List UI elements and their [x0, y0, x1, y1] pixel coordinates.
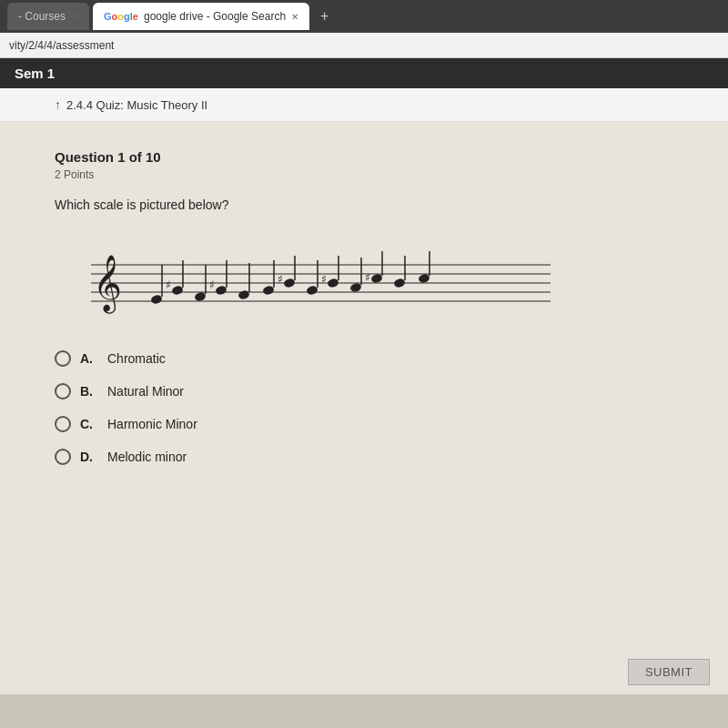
tab-google-close[interactable]: ✕ [291, 12, 298, 22]
quiz-breadcrumb-label: 2.4.4 Quiz: Music Theory II [66, 98, 207, 112]
svg-point-12 [238, 289, 250, 300]
svg-point-21 [370, 273, 383, 284]
question-text: Which scale is pictured below? [55, 197, 673, 212]
address-bar[interactable]: vity/2/4/4/assessment [0, 33, 728, 58]
tab-google[interactable]: Google google drive - Google Search ✕ [93, 3, 309, 30]
svg-point-16 [306, 285, 318, 296]
tab-google-label: google drive - Google Search [144, 10, 286, 23]
answer-letter-d: D. [80, 450, 98, 464]
music-staff-container: 𝄞 ♯ ♯ ♯ ♯ [55, 228, 673, 329]
svg-point-22 [393, 278, 406, 288]
answer-option-d[interactable]: D. Melodic minor [55, 449, 673, 465]
svg-point-6 [150, 294, 163, 305]
svg-point-8 [171, 285, 184, 296]
tab-courses-label: - Courses [18, 10, 66, 23]
answer-text-d: Melodic minor [107, 450, 187, 464]
answer-letter-a: A. [80, 351, 98, 366]
answer-text-a: Chromatic [107, 351, 166, 366]
svg-point-13 [262, 285, 275, 296]
answer-option-a[interactable]: A. Chromatic [55, 350, 673, 367]
address-text: vity/2/4/4/assessment [9, 39, 114, 52]
submit-area: SUBMIT [0, 650, 728, 694]
svg-point-9 [194, 291, 207, 302]
svg-text:♯: ♯ [365, 271, 370, 284]
svg-text:♯: ♯ [209, 278, 215, 291]
svg-point-15 [283, 278, 296, 288]
question-points: 2 Points [55, 168, 673, 181]
svg-text:♯: ♯ [321, 273, 327, 286]
submit-button[interactable]: SUBMIT [628, 659, 710, 685]
quiz-header: ↑ 2.4.4 Quiz: Music Theory II [0, 88, 728, 122]
app-header-title: Sem 1 [15, 66, 55, 81]
svg-text:𝄞: 𝄞 [93, 255, 122, 314]
answer-text-c: Harmonic Minor [107, 417, 197, 431]
music-staff-svg: 𝄞 ♯ ♯ ♯ ♯ [55, 238, 564, 319]
radio-b[interactable] [55, 383, 71, 399]
radio-d[interactable] [55, 449, 71, 465]
radio-a[interactable] [55, 350, 71, 367]
breadcrumb-icon: ↑ [55, 97, 61, 112]
svg-point-11 [215, 285, 228, 296]
svg-point-19 [349, 282, 362, 293]
question-title: Question 1 of 10 [55, 149, 673, 165]
radio-c[interactable] [55, 416, 71, 432]
tab-courses-close[interactable]: ✕ [71, 12, 78, 22]
answer-choices: A. Chromatic B. Natural Minor C. Harmoni… [55, 350, 673, 465]
svg-point-18 [327, 278, 339, 288]
answer-text-b: Natural Minor [107, 384, 184, 399]
main-content: Question 1 of 10 2 Points Which scale is… [0, 122, 728, 650]
browser-chrome: - Courses ✕ Google google drive - Google… [0, 0, 728, 33]
svg-text:♯: ♯ [278, 273, 283, 286]
tab-courses[interactable]: - Courses ✕ [7, 3, 89, 30]
answer-letter-c: C. [80, 417, 98, 431]
new-tab-button[interactable]: + [313, 8, 336, 25]
answer-option-c[interactable]: C. Harmonic Minor [55, 416, 673, 432]
google-icon: Google [104, 11, 138, 22]
app-header: Sem 1 [0, 58, 728, 88]
answer-option-b[interactable]: B. Natural Minor [55, 383, 673, 399]
svg-point-23 [418, 273, 430, 284]
svg-text:♯: ♯ [166, 278, 171, 291]
answer-letter-b: B. [80, 384, 98, 399]
